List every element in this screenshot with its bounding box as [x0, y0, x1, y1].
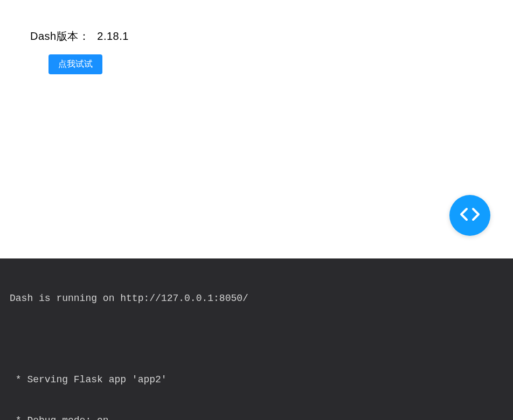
app-panel: Dash版本： 2.18.1 点我试试 [0, 0, 513, 258]
terminal-line: * Debug mode: on [10, 414, 503, 420]
version-text: Dash版本： 2.18.1 [30, 29, 483, 44]
code-brackets-icon [457, 201, 483, 229]
terminal-line: * Serving Flask app 'app2' [10, 373, 503, 387]
terminal-line: Dash is running on http://127.0.0.1:8050… [10, 292, 503, 305]
devtools-toggle-button[interactable] [449, 195, 490, 236]
version-label: Dash版本： [30, 30, 89, 42]
version-value: 2.18.1 [97, 30, 129, 42]
terminal-blank-line [10, 333, 503, 346]
try-button[interactable]: 点我试试 [48, 54, 102, 74]
terminal-output: Dash is running on http://127.0.0.1:8050… [0, 258, 513, 420]
